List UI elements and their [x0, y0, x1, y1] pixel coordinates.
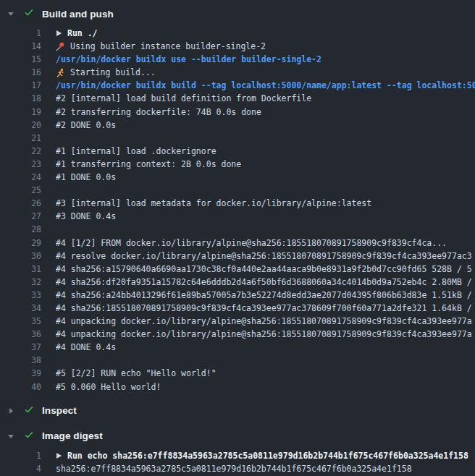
line-number[interactable]: 26 — [0, 197, 41, 210]
line-number[interactable]: 32 — [0, 276, 41, 289]
log-line: 29#4 [1/2] FROM docker.io/library/alpine… — [0, 237, 475, 250]
log-line: 22#1 [internal] load .dockerignore — [0, 145, 475, 158]
log-text: /usr/bin/docker buildx build --tag local… — [56, 79, 475, 92]
line-number[interactable]: 29 — [0, 237, 41, 250]
log-text: #5 0.060 Hello world! — [56, 381, 161, 394]
log-text: Run echo sha256:e7ff8834a5963a2785c5a081… — [56, 449, 468, 462]
log-section-inspect: Inspect — [0, 403, 475, 419]
line-number[interactable]: 19 — [0, 106, 41, 119]
line-number[interactable]: 37 — [0, 341, 41, 354]
section-header-inspect[interactable]: Inspect — [0, 403, 475, 419]
line-number[interactable]: 20 — [0, 119, 41, 132]
section-toggle[interactable] — [7, 404, 14, 417]
line-number[interactable]: 21 — [0, 132, 41, 145]
log-line: 27#3 DONE 0.4s — [0, 210, 475, 223]
log-line: 25 — [0, 184, 475, 197]
log-line: 28 — [0, 223, 475, 236]
log-section-build-and-push: Build and push1Run ./14Using builder ins… — [0, 6, 475, 394]
log-text: sha256:e7ff8834a5963a2785c5a0811e979d16b… — [56, 462, 412, 475]
log-line: 31#4 sha256:a15790640a6690aa1730c38cf0a4… — [0, 263, 475, 276]
line-number[interactable]: 39 — [0, 367, 41, 380]
line-number[interactable]: 17 — [0, 79, 41, 92]
line-number[interactable]: 14 — [0, 40, 41, 53]
log-text-content: Using builder instance builder-single-2 — [70, 40, 266, 53]
log-line: 39#5 [2/2] RUN echo "Hello world!" — [0, 367, 475, 380]
line-number[interactable]: 35 — [0, 315, 41, 328]
log-text: #1 transferring context: 2B 0.0s done — [56, 158, 241, 171]
section-header-build-and-push[interactable]: Build and push — [0, 6, 475, 22]
log-text-content: #4 [1/2] FROM docker.io/library/alpine@s… — [56, 237, 447, 250]
section-title: Build and push — [42, 9, 114, 20]
line-number[interactable]: 25 — [0, 184, 41, 197]
section-title: Inspect — [42, 405, 77, 416]
log-text-content: #4 unpacking docker.io/library/alpine@sh… — [56, 315, 472, 328]
log-text-content: #2 DONE 0.0s — [56, 119, 116, 132]
log-text: #4 sha256:a24bb4013296f61e89ba57005a7b3e… — [56, 289, 472, 302]
check-icon — [24, 7, 34, 20]
line-number[interactable]: 33 — [0, 289, 41, 302]
section-title: Image digest — [42, 430, 103, 441]
line-number[interactable]: 23 — [0, 158, 41, 171]
log-text-content: #4 DONE 0.4s — [56, 341, 116, 354]
log-text-content: #5 0.060 Hello world! — [56, 381, 161, 394]
line-number[interactable]: 30 — [0, 250, 41, 263]
log-text-content: #4 sha256:a24bb4013296f61e89ba57005a7b3e… — [56, 289, 472, 302]
log-text: #4 sha256:185518070891758909c9f839cf4ca3… — [56, 302, 472, 315]
log-text: #3 [internal] load metadata for docker.i… — [56, 197, 371, 210]
status-success-badge — [24, 7, 34, 20]
log-section-image-digest: Image digest1Run echo sha256:e7ff8834a59… — [0, 428, 475, 475]
line-number[interactable]: 16 — [0, 66, 41, 79]
line-number[interactable]: 40 — [0, 381, 41, 394]
log-text: #5 [2/2] RUN echo "Hello world!" — [56, 367, 217, 380]
line-number[interactable]: 1 — [0, 27, 41, 40]
play-icon — [56, 452, 62, 459]
log-text: #4 sha256:a15790640a6690aa1730c38cf0a440… — [56, 263, 472, 276]
log-text-content: #3 [internal] load metadata for docker.i… — [56, 197, 371, 210]
line-number[interactable]: 28 — [0, 223, 41, 236]
log-text: /usr/bin/docker buildx use --builder bui… — [56, 53, 321, 66]
log-text: #4 resolve docker.io/library/alpine@sha2… — [56, 250, 472, 263]
log-line: 33#4 sha256:a24bb4013296f61e89ba57005a7b… — [0, 289, 475, 302]
log-line: 37#4 DONE 0.4s — [0, 341, 475, 354]
log-line: 15/usr/bin/docker buildx use --builder b… — [0, 53, 475, 66]
log-line: 1Run echo sha256:e7ff8834a5963a2785c5a08… — [0, 449, 475, 462]
line-number[interactable]: 34 — [0, 302, 41, 315]
line-number[interactable]: 15 — [0, 53, 41, 66]
section-toggle[interactable] — [7, 7, 14, 20]
log-text: #4 unpacking docker.io/library/alpine@sh… — [56, 328, 472, 341]
log-text: #2 transferring dockerfile: 74B 0.0s don… — [56, 106, 261, 119]
section-toggle[interactable] — [7, 430, 14, 443]
workflow-log-panel: Build and push1Run ./14Using builder ins… — [0, 6, 475, 475]
line-number[interactable]: 1 — [0, 449, 41, 462]
play-icon — [56, 30, 62, 37]
log-line: 14Using builder instance builder-single-… — [0, 40, 475, 53]
log-text-content: #2 transferring dockerfile: 74B 0.0s don… — [56, 106, 261, 119]
status-success-badge — [24, 430, 34, 443]
section-header-image-digest[interactable]: Image digest — [0, 428, 475, 444]
line-number[interactable]: 31 — [0, 263, 41, 276]
log-text: #3 DONE 0.4s — [56, 210, 116, 223]
line-number[interactable]: 22 — [0, 145, 41, 158]
chevron-down-icon[interactable] — [7, 430, 14, 443]
log-line: 18#2 [internal] load build definition fr… — [0, 92, 475, 105]
log-text-content: #1 transferring context: 2B 0.0s done — [56, 158, 241, 171]
chevron-down-icon[interactable] — [7, 7, 14, 20]
line-number[interactable]: 27 — [0, 210, 41, 223]
log-text-content: #5 [2/2] RUN echo "Hello world!" — [56, 367, 217, 380]
log-text-content: #4 sha256:df20fa9351a15782c64e6dddb2d4a6… — [56, 276, 472, 289]
line-number[interactable]: 18 — [0, 92, 41, 105]
line-number[interactable]: 36 — [0, 328, 41, 341]
log-text-content: #2 [internal] load build definition from… — [56, 92, 311, 105]
log-text-content: sha256:e7ff8834a5963a2785c5a0811e979d16b… — [56, 462, 412, 475]
log-text: #2 DONE 0.0s — [56, 119, 116, 132]
log-text-content: #4 unpacking docker.io/library/alpine@sh… — [56, 328, 472, 341]
log-text: #4 [1/2] FROM docker.io/library/alpine@s… — [56, 237, 447, 250]
line-number[interactable]: 4 — [0, 462, 41, 475]
line-number[interactable]: 24 — [0, 171, 41, 184]
log-text-content: /usr/bin/docker buildx use --builder bui… — [56, 53, 321, 66]
log-line: 34#4 sha256:185518070891758909c9f839cf4c… — [0, 302, 475, 315]
log-line: 4sha256:e7ff8834a5963a2785c5a0811e979d16… — [0, 462, 475, 475]
line-number[interactable]: 38 — [0, 354, 41, 367]
log-text: #4 DONE 0.4s — [56, 341, 116, 354]
chevron-right-icon[interactable] — [7, 404, 14, 417]
